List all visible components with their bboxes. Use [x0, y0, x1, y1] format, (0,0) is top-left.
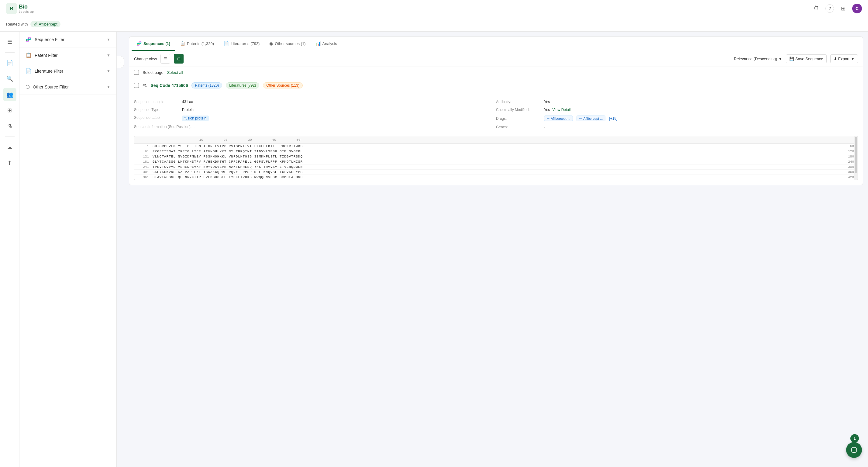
sort-dropdown[interactable]: Relevance (Descending) ▼ [734, 57, 782, 61]
sidebar-menu-icon[interactable]: ☰ [3, 35, 17, 49]
seq-num-6: 301 [134, 170, 153, 174]
sequence-filter-label: Sequence Filter [35, 37, 64, 42]
seq-data-3: VLNCTARTEL NVGIDFNWEY PSSKHQHKKL VNRDLKT… [153, 155, 839, 158]
sidebar-search-icon[interactable]: 🔍 [3, 72, 17, 85]
sidebar-filter-icon[interactable]: ⚗ [3, 119, 17, 133]
filter-sequence[interactable]: 🧬 Sequence Filter ▼ [20, 32, 116, 48]
seq-end-6: 360 [839, 170, 854, 174]
seq-label-label: Sequence Label: [134, 116, 180, 120]
tab-patents[interactable]: 📋 Patents (1,320) [175, 37, 219, 51]
list-view-button[interactable]: ☰ [160, 54, 170, 63]
patents-badge[interactable]: Patents (1320) [191, 82, 222, 88]
sidebar-grid-icon[interactable]: ⊞ [3, 104, 17, 117]
other-sources-badge[interactable]: Other Sources (113) [263, 82, 303, 88]
literatures-tab-label: Literatures (792) [231, 41, 259, 46]
icon-sidebar: ☰ 📄 🔍 👥 ⊞ ⚗ ☁ ⬆ [0, 32, 20, 467]
tab-analysis[interactable]: 📊 Analysis [311, 37, 342, 51]
chem-modified-value: Yes [544, 108, 550, 112]
logo[interactable]: B Bio by patsnap [6, 3, 34, 14]
type-label: Sequence Type: [134, 108, 180, 112]
ruler-50: 50 [286, 138, 311, 142]
seq-num-2: 61 [134, 150, 153, 153]
length-label: Sequence Length: [134, 100, 180, 104]
sequence-header: #1 Seq Code 4715606 Patents (1320) Liter… [129, 78, 863, 93]
aflibercept-chip[interactable]: Aflibercept [30, 21, 60, 27]
seq-row-3: 121 VLNCTARTEL NVGIDFNWEY PSSKHQHKKL VNR… [134, 154, 854, 159]
seq-num-3: 121 [134, 155, 153, 158]
logo-sub: by patsnap [19, 10, 34, 13]
sidebar-docs-icon[interactable]: 📄 [3, 56, 17, 69]
view-detail-link[interactable]: View Detail [553, 108, 571, 112]
sidebar-group-icon[interactable]: 👥 [3, 88, 17, 101]
select-page-label: Select page [143, 70, 163, 75]
sequence-scrollbar-thumb[interactable] [855, 137, 857, 173]
main-layout: ☰ 📄 🔍 👥 ⊞ ⚗ ☁ ⬆ 🧬 Sequence Filter ▼ 📋 Pa… [0, 32, 868, 467]
sources-label: Sources Information (Seq Position): [134, 125, 191, 129]
sidebar-upload-icon[interactable]: ⬆ [3, 156, 17, 170]
grid-view-button[interactable]: ⊞ [174, 54, 184, 63]
seq-row-4: 181 GLYTCAASSG LMTKKNSTFV RVHEKDKTHT CPP… [134, 159, 854, 165]
literatures-badge[interactable]: Literatures (792) [226, 82, 259, 88]
filter-sidebar: 🧬 Sequence Filter ▼ 📋 Patent Filter ▼ 📄 … [20, 32, 117, 467]
drug-chip-1[interactable]: ✏ Aflibercept ... [544, 116, 573, 121]
collapse-sidebar-button[interactable]: ‹ [117, 56, 124, 68]
change-view-label: Change view [134, 57, 157, 61]
seq-data-1: SDTGRPFVEM YSEIPEIIHM TEGRELVIPC RVTSPNI… [153, 144, 839, 148]
select-bar: Select page Select all [129, 67, 863, 78]
filter-patent[interactable]: 📋 Patent Filter ▼ [20, 48, 116, 63]
sequences-tab-label: Sequences (1) [144, 41, 170, 46]
seq-end-4: 240 [839, 160, 854, 164]
details-right: Antibody: Yes Chemically Modified: Yes V… [496, 98, 858, 131]
save-sequence-button[interactable]: 💾 Save Sequence [786, 54, 827, 63]
export-button[interactable]: ⬇ Export ▼ [830, 54, 858, 63]
tab-sequences[interactable]: 🧬 Sequences (1) [132, 37, 175, 51]
other-source-filter-icon: ⬡ [26, 84, 30, 90]
sequences-tab-icon: 🧬 [136, 41, 142, 46]
sources-value: - [194, 125, 195, 129]
related-with-label: Related with [6, 22, 28, 26]
tab-literatures[interactable]: 📄 Literatures (792) [219, 37, 265, 51]
sequence-checkbox[interactable] [134, 83, 139, 88]
seq-row-7: 361 DIAVEWESNG QPENNYKTTP PVLDSDGSFF LYS… [134, 175, 854, 180]
detail-length: Sequence Length: 431 aa [134, 98, 496, 106]
select-all-link[interactable]: Select all [167, 70, 183, 75]
drug-chip-2[interactable]: ✏ Aflibercept ... [577, 116, 606, 121]
detail-chem-modified: Chemically Modified: Yes View Detail [496, 106, 858, 114]
patent-filter-label: Patent Filter [35, 53, 57, 58]
other-source-filter-chevron: ▼ [107, 85, 110, 89]
seq-row-6: 301 GKEYKCKVNS KALPAPIEKT ISKAKGQPRE PQV… [134, 170, 854, 175]
sequence-code[interactable]: Seq Code 4715606 [150, 83, 188, 88]
sequence-filter-chevron: ▼ [107, 37, 110, 42]
filter-other-source[interactable]: ⬡ Other Source Filter ▼ [20, 79, 116, 95]
sequence-scrollbar[interactable] [854, 136, 858, 180]
notification-badge[interactable]: 1 [850, 434, 859, 443]
chem-modified-label: Chemically Modified: [496, 108, 541, 112]
seq-num-7: 361 [134, 175, 153, 179]
tab-other-sources[interactable]: ◉ Other sources (1) [265, 37, 310, 51]
navbar-right: ⏱ ? ⊞ C [812, 4, 862, 13]
fusion-badge: fusion protein [182, 116, 209, 121]
seq-end-1: 60 [839, 144, 854, 148]
save-sequence-icon: 💾 [789, 57, 794, 61]
pencil-icon [33, 22, 38, 26]
patent-filter-chevron: ▼ [107, 53, 110, 57]
help-icon[interactable]: ? [826, 4, 834, 13]
export-icon: ⬇ [834, 57, 837, 61]
patents-tab-icon: 📋 [180, 41, 185, 46]
patent-filter-icon: 📋 [26, 52, 32, 58]
more-drugs-badge[interactable]: [+19] [609, 116, 617, 121]
filter-literature[interactable]: 📄 Literature Filter ▼ [20, 63, 116, 79]
detail-drugs: Drugs: ✏ Aflibercept ... ✏ Aflibercept .… [496, 114, 858, 123]
seq-num-1: 1 [134, 144, 153, 148]
literature-filter-label: Literature Filter [35, 69, 63, 74]
timer-icon[interactable]: ⏱ [812, 4, 820, 13]
avatar[interactable]: C [852, 4, 862, 13]
select-page-checkbox[interactable] [134, 70, 139, 75]
save-sequence-label: Save Sequence [795, 57, 823, 61]
ruler-20: 20 [213, 138, 238, 142]
sequence-viewer: 10 20 30 40 50 1 SDTGRPFVEM YSEIPEIIHM T… [134, 136, 858, 180]
seq-data-5: TPEVTCVVVD VSHEDPEVKF NWYVDGVEVH NAKTKPR… [153, 165, 839, 169]
grid-icon[interactable]: ⊞ [839, 4, 847, 13]
chat-button[interactable] [846, 442, 862, 458]
sidebar-cloud-icon[interactable]: ☁ [3, 141, 17, 154]
